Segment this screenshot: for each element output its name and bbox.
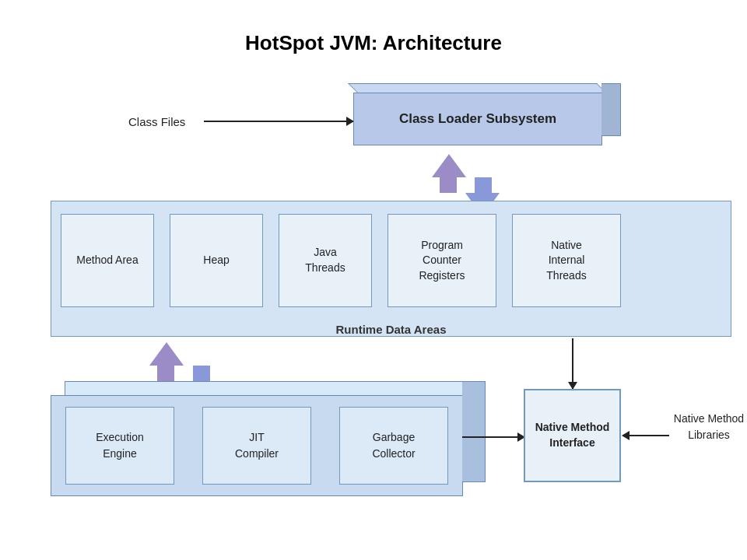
runtime-method-area: Method Area [61, 214, 154, 307]
exec-top [65, 381, 477, 397]
arrow-up-exec-stem [157, 366, 174, 381]
arrow-nmi-to-nml [622, 435, 669, 436]
exec-main: ExecutionEngine JITCompiler GarbageColle… [51, 395, 463, 496]
arrow-runtime-to-nmi [572, 338, 573, 389]
arrow-up-cls-stem [440, 177, 457, 193]
cls-main: Class Loader Subsystem [353, 93, 602, 145]
nmi-label: Native Method Interface [525, 420, 619, 450]
diagram-container: HotSpot JVM: Architecture Class Files Cl… [0, 0, 747, 560]
native-method-libraries-label: Native Method Libraries [671, 411, 747, 443]
arrow-up-cls [432, 154, 466, 177]
arrow-up-exec [149, 342, 184, 366]
runtime-native-threads: NativeInternalThreads [512, 214, 621, 307]
runtime-program-counter: ProgramCounterRegisters [388, 214, 496, 307]
arrow-classfiles [204, 121, 353, 122]
class-loader-box: Class Loader Subsystem [353, 83, 622, 145]
execution-engine-box: ExecutionEngine JITCompiler GarbageColle… [51, 381, 486, 502]
arrow-exec-to-nmi [462, 436, 524, 438]
garbage-collector-item: GarbageCollector [339, 407, 448, 485]
native-method-interface-box: Native Method Interface [524, 389, 621, 482]
runtime-heap: Heap [170, 214, 263, 307]
cls-side [601, 83, 621, 136]
jit-compiler-item: JITCompiler [202, 407, 311, 485]
runtime-label: Runtime Data Areas [51, 323, 731, 336]
arrow-down-cls-stem [475, 177, 492, 193]
exec-engine-item: ExecutionEngine [65, 407, 174, 485]
exec-side [462, 381, 486, 482]
runtime-java-threads: JavaThreads [279, 214, 372, 307]
page-title: HotSpot JVM: Architecture [0, 0, 747, 55]
cls-label: Class Loader Subsystem [399, 111, 556, 127]
arrow-down-exec-stem [193, 366, 210, 381]
class-files-label: Class Files [128, 115, 185, 128]
